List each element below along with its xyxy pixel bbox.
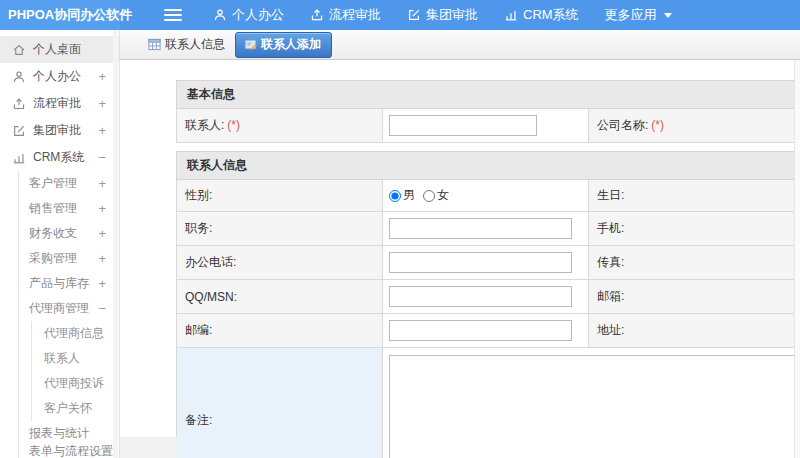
topnav-crm-system[interactable]: CRM系统 (495, 0, 588, 30)
menu-toggle-button[interactable] (164, 9, 182, 21)
company-name-label: 公司名称:(*) (589, 109, 795, 143)
gender-label: 性别: (177, 180, 383, 212)
app-logo: PHPOA协同办公软件 (0, 0, 120, 30)
content-pane: 联系人信息 联系人添加 基本信息 联系人:(*) 公司名称:(*) (120, 30, 800, 458)
workflow-icon (310, 8, 324, 22)
expand-icon[interactable]: + (98, 123, 106, 138)
zipcode-input[interactable] (389, 320, 572, 341)
topnav-group-approval[interactable]: 集团审批 (398, 0, 487, 30)
collapse-icon[interactable]: − (98, 150, 106, 165)
fax-label: 传真: (589, 246, 795, 280)
sidebar-item-sales-mgmt[interactable]: 销售管理 + (19, 196, 119, 221)
gender-male-option[interactable]: 男 (389, 187, 415, 204)
tab-contact-info[interactable]: 联系人信息 (148, 36, 225, 53)
sidebar-item-personal-office[interactable]: 个人办公 + (0, 63, 119, 90)
table-row: 备注: (177, 348, 795, 458)
tab-contact-add[interactable]: 联系人添加 (235, 32, 332, 58)
table-row: 职务: 手机: (177, 212, 795, 246)
home-icon (12, 43, 26, 57)
sidebar-item-form-flow-settings[interactable]: 表单与流程设置+ (19, 446, 119, 458)
qq-msn-input[interactable] (389, 286, 572, 307)
office-phone-input[interactable] (389, 252, 572, 273)
sidebar-item-personal-desktop[interactable]: 个人桌面 (0, 36, 119, 63)
sidebar-item-workflow-approval[interactable]: 流程审批 + (0, 90, 119, 117)
user-icon (12, 70, 26, 84)
edit-icon (407, 8, 421, 22)
table-row: 联系人:(*) 公司名称:(*) (177, 109, 795, 143)
topnav-personal-office[interactable]: 个人办公 (204, 0, 293, 30)
address-label: 地址: (589, 314, 795, 348)
sidebar-item-agent-complaints[interactable]: 代理商投诉 (32, 371, 119, 396)
sidebar: 个人桌面 个人办公 + 流程审批 + 集团审批 + CRM系统 − 客户管理 + (0, 30, 120, 458)
qq-msn-label: QQ/MSN: (177, 280, 383, 314)
workflow-icon (12, 97, 26, 111)
remark-textarea[interactable] (389, 355, 800, 458)
user-icon (213, 8, 227, 22)
top-nav: 个人办公 流程审批 集团审批 CRM系统 更多应用 (204, 0, 681, 30)
contact-info-section: 联系人信息 性别: 男 女 (176, 151, 795, 458)
sidebar-item-agent-mgmt[interactable]: 代理商管理 − (19, 296, 119, 321)
contact-name-label: 联系人:(*) (177, 109, 383, 143)
tab-bar: 联系人信息 联系人添加 (120, 30, 800, 60)
contact-add-form: 基本信息 联系人:(*) 公司名称:(*) 联系人信息 性别: (176, 80, 795, 458)
topnav-more-apps[interactable]: 更多应用 (596, 0, 681, 30)
content-scrollbar[interactable] (794, 60, 800, 458)
table-row: 邮编: 地址: (177, 314, 795, 348)
scroll-corner (120, 437, 177, 458)
sidebar-item-agent-info[interactable]: 代理商信息 (32, 321, 119, 346)
sidebar-item-product-stock[interactable]: 产品与库存 + (19, 271, 119, 296)
table-icon (148, 38, 161, 51)
sidebar-item-group-approval[interactable]: 集团审批 + (0, 117, 119, 144)
sidebar-item-purchase-mgmt[interactable]: 采购管理 + (19, 246, 119, 271)
sidebar-item-contacts[interactable]: 联系人 (32, 346, 119, 371)
table-row: QQ/MSN: 邮箱: (177, 280, 795, 314)
expand-icon[interactable]: + (98, 226, 106, 241)
birthday-label: 生日: (589, 180, 795, 212)
section-title: 联系人信息 (177, 152, 795, 180)
edit-icon (12, 124, 26, 138)
sidebar-item-crm-system[interactable]: CRM系统 − (0, 144, 119, 171)
gender-radio-group: 男 女 (389, 182, 582, 209)
caret-down-icon (664, 13, 672, 18)
crm-submenu: 客户管理 + 销售管理 + 财务收支 + 采购管理 + 产品与库存 + 代理商管… (18, 171, 119, 458)
required-mark: (*) (651, 118, 664, 132)
top-bar: PHPOA协同办公软件 个人办公 流程审批 集团审批 CRM系统 更多应用 (0, 0, 800, 30)
contact-name-input[interactable] (389, 115, 537, 136)
job-title-input[interactable] (389, 218, 572, 239)
add-contact-icon (244, 38, 257, 51)
agent-submenu: 代理商信息 联系人 代理商投诉 客户关怀 (31, 321, 119, 421)
sidebar-item-customer-care[interactable]: 客户关怀 (32, 396, 119, 421)
office-phone-label: 办公电话: (177, 246, 383, 280)
gender-male-radio[interactable] (389, 190, 401, 202)
mobile-label: 手机: (589, 212, 795, 246)
expand-icon[interactable]: + (98, 251, 106, 266)
gender-female-option[interactable]: 女 (423, 187, 449, 204)
topnav-workflow-approval[interactable]: 流程审批 (301, 0, 390, 30)
gender-female-radio[interactable] (423, 190, 435, 202)
sidebar-item-finance[interactable]: 财务收支 + (19, 221, 119, 246)
required-mark: (*) (227, 118, 240, 132)
expand-icon[interactable]: + (98, 201, 106, 216)
basic-info-section: 基本信息 联系人:(*) 公司名称:(*) (176, 80, 795, 143)
job-title-label: 职务: (177, 212, 383, 246)
expand-icon[interactable]: + (98, 69, 106, 84)
sidebar-item-customer-mgmt[interactable]: 客户管理 + (19, 171, 119, 196)
remark-label: 备注: (177, 348, 383, 458)
expand-icon[interactable]: + (98, 176, 106, 191)
table-row: 性别: 男 女 生日: (177, 180, 795, 212)
email-label: 邮箱: (589, 280, 795, 314)
collapse-icon[interactable]: − (98, 301, 106, 316)
zipcode-label: 邮编: (177, 314, 383, 348)
table-row: 办公电话: 传真: (177, 246, 795, 280)
chart-icon (504, 8, 518, 22)
chart-icon (12, 151, 26, 165)
expand-icon[interactable]: + (98, 96, 106, 111)
expand-icon[interactable]: + (98, 276, 106, 291)
section-title: 基本信息 (177, 81, 795, 109)
